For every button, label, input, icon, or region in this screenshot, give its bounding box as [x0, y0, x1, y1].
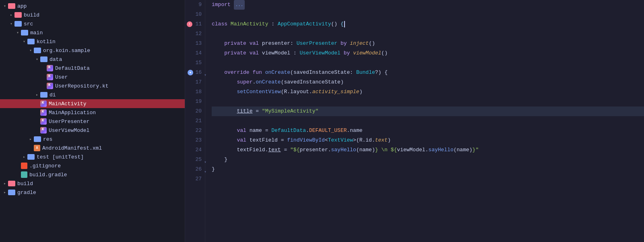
sidebar-item-label: build [24, 12, 39, 18]
cursor [344, 21, 345, 27]
gradle-file-icon [21, 171, 27, 178]
folder-icon [8, 190, 15, 195]
sidebar-item-test[interactable]: test [unitTest] [0, 152, 185, 161]
sidebar-item-label: org.koin.sample [43, 48, 90, 54]
code-line-18: setContentView (R.layout. activity_simpl… [212, 87, 644, 97]
code-line-12 [212, 29, 644, 39]
sidebar-item-gitignore[interactable]: .gitignore [0, 161, 185, 170]
sidebar-item-label: di [50, 92, 56, 98]
folder-icon [27, 39, 35, 44]
code-line-16: override fun onCreate (savedInstanceStat… [212, 68, 644, 77]
fold-icon-25[interactable]: ▾ [204, 158, 206, 167]
code-area: 9 10 ! 11 12 13 14 15 ● 16 ▾ 17 18 19 [185, 0, 644, 242]
sidebar-item-label: src [24, 21, 33, 27]
line-number-17: 17 [188, 77, 202, 87]
folder-icon [21, 30, 28, 35]
tree-arrow [34, 92, 40, 97]
kotlin-file-icon [47, 74, 53, 80]
sidebar-item-label: AndroidManifest.xml [42, 145, 102, 151]
sidebar-item-main[interactable]: main [0, 28, 185, 37]
sidebar-item-build-top[interactable]: build [0, 10, 185, 19]
sidebar-item-label: build [17, 181, 33, 187]
sidebar-item-default-data[interactable]: DefaultData [0, 64, 185, 73]
sidebar-item-label: test [unitTest] [37, 154, 84, 160]
tree-arrow [21, 39, 27, 44]
folder-icon [27, 154, 35, 160]
sidebar-item-src[interactable]: src [0, 19, 185, 28]
sidebar-item-build-gradle[interactable]: build.gradle [0, 170, 185, 179]
line-numbers: 9 10 ! 11 12 13 14 15 ● 16 ▾ 17 18 19 [185, 0, 205, 242]
line-number-20: 20 [188, 106, 202, 116]
tree-arrow [2, 190, 8, 195]
tree-arrow [2, 4, 8, 8]
sidebar-item-gradle[interactable]: gradle [0, 188, 185, 197]
sidebar-item-label: UserRepository.kt [55, 83, 109, 89]
line-number-18: 18 [188, 87, 202, 97]
line-number-26: ▾ 26 [188, 165, 202, 174]
tree-arrow [2, 181, 8, 186]
fold-icon-16[interactable]: ▾ [204, 71, 206, 80]
code-line-17: super . onCreate (savedInstanceState) [212, 77, 644, 87]
sidebar-item-label: app [17, 3, 27, 9]
sidebar-item-user-viewmodel[interactable]: UserViewModel [0, 126, 185, 135]
folder-icon [34, 136, 41, 142]
sidebar-item-build-bottom[interactable]: build [0, 179, 185, 188]
sidebar-item-org-koin-sample[interactable]: org.koin.sample [0, 46, 185, 55]
tree-arrow [34, 57, 40, 62]
git-file-icon [21, 163, 27, 169]
code-line-15 [212, 58, 644, 68]
folder-icon [14, 21, 22, 27]
sidebar-item-label: gradle [17, 190, 36, 196]
sidebar-item-label: res [43, 136, 52, 142]
code-line-22: val name = DefaultData . DEFAULT_USER .n… [212, 126, 644, 136]
sidebar-item-label: MainApplication [49, 110, 96, 116]
sidebar-item-label: MainActivity [49, 101, 87, 107]
sidebar-item-main-application[interactable]: MainApplication [0, 108, 185, 117]
title-keyword: title [237, 106, 252, 116]
xml-file-icon [34, 145, 40, 151]
line-number-13: 13 [188, 39, 202, 48]
code-line-26: } [212, 165, 644, 174]
sidebar-item-android-manifest[interactable]: AndroidManifest.xml [0, 144, 185, 152]
line-number-14: 14 [188, 48, 202, 58]
fold-icon-26[interactable]: ▾ [204, 167, 206, 177]
sidebar-item-label: UserPresenter [49, 119, 89, 125]
kotlin-file-icon [40, 100, 47, 107]
sidebar-item-label: .gitignore [29, 163, 61, 169]
sidebar-item-res[interactable]: res [0, 135, 185, 144]
line-number-19: 19 [188, 97, 202, 106]
line-number-25: ▾ 25 [188, 155, 202, 165]
line-number-10: 10 [188, 10, 202, 19]
line-number-11: ! 11 [188, 19, 202, 29]
kotlin-file-icon [40, 127, 47, 134]
code-line-11: class MainActivity : AppCompatActivity (… [212, 19, 644, 29]
sidebar-item-di[interactable]: di [0, 90, 185, 99]
sidebar-item-data[interactable]: data [0, 55, 185, 64]
sidebar-item-app[interactable]: app [0, 2, 185, 10]
tree-arrow [21, 154, 27, 159]
sidebar-item-user-repository[interactable]: UserRepository.kt [0, 81, 185, 90]
sidebar-item-user-presenter[interactable]: UserPresenter [0, 117, 185, 126]
line-number-23: 23 [188, 136, 202, 145]
code-line-9: import ... [212, 0, 644, 10]
line-number-27: 27 [188, 174, 202, 184]
tree-arrow [14, 30, 21, 35]
code-line-20: title = "MySimpleActivity" [212, 106, 644, 116]
kotlin-file-icon [47, 65, 53, 71]
code-line-23: val textField = findViewById < TextView … [212, 136, 644, 145]
sidebar-item-kotlin[interactable]: kotlin [0, 37, 185, 46]
code-line-25: } [212, 155, 644, 165]
error-icon: ! [189, 19, 191, 29]
code-editor: 9 10 ! 11 12 13 14 15 ● 16 ▾ 17 18 19 [185, 0, 644, 242]
sidebar-item-main-activity[interactable]: MainActivity [0, 99, 185, 108]
line-number-24: 24 [188, 145, 202, 155]
import-dots: ... [234, 0, 245, 10]
code-line-21 [212, 116, 644, 126]
sidebar-item-user[interactable]: User [0, 73, 185, 81]
sidebar-item-label: data [50, 56, 62, 63]
folder-icon [34, 48, 41, 53]
code-line-27 [212, 174, 644, 184]
tree-arrow [27, 137, 34, 142]
line-number-21: 21 [188, 116, 202, 126]
kotlin-file-icon [40, 109, 47, 116]
